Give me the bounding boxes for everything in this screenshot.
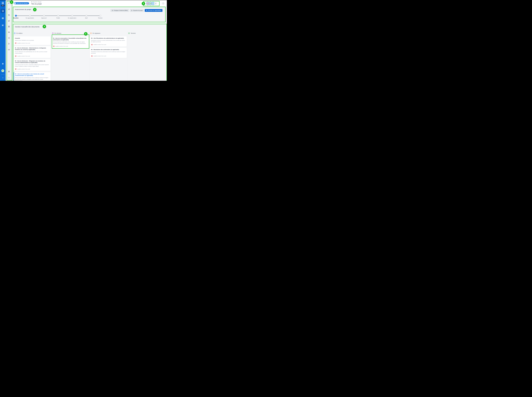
settings-gear-icon[interactable] — [0, 63, 6, 65]
modified-date: Modifié le 2023-07-20 12:30 — [94, 44, 106, 45]
sidebar-item-documents[interactable] — [0, 17, 6, 19]
modified-date: Modifié le 2023-07-20 12:30 — [17, 56, 30, 57]
sidebar-item-project-management[interactable] — [1, 9, 5, 13]
collapse-panel-icon[interactable] — [6, 2, 12, 4]
step-circle-en-approbation[interactable]: 2 — [29, 15, 31, 17]
avatar: MA — [53, 45, 55, 47]
expand-sidebar-chevron[interactable] — [0, 77, 6, 79]
collaborator-avatars: LP JW SK + — [146, 2, 157, 5]
modified-date: Modifié le 2023-07-20 12:30 — [94, 56, 106, 56]
step-circle-en-adjudication[interactable]: 5 — [71, 15, 73, 17]
button-label: Exporter le projet — [133, 10, 143, 11]
document-card[interactable]: 01 - Avis de démission - Administrateurs… — [14, 46, 50, 58]
column-en-revision: En révision 04 - Avis de convocation à l… — [51, 31, 89, 81]
column-header: Terminé — [128, 32, 164, 34]
card-title: 01 - Avis de démission - Administrateurs… — [15, 47, 49, 50]
documents-board-section: Gestion manuelle des documents En éditio… — [13, 24, 166, 81]
card-title: 06 - Résolutions des actionnaires (si ap… — [91, 49, 125, 50]
text-align-icon — [2, 24, 4, 26]
share-icon[interactable] — [6, 37, 12, 39]
status-dot-icon — [52, 32, 54, 34]
step-circle-termine[interactable]: ✓ — [99, 15, 101, 17]
step-label: En approbation — [23, 17, 37, 19]
card-description: Avis par lequel les administrateurs d'un… — [15, 77, 49, 81]
status-dot-icon — [14, 32, 15, 34]
button-label: Envoyer en approbation — [148, 10, 161, 11]
avatar: MA — [15, 42, 17, 44]
column-label: Terminé — [131, 32, 136, 34]
step-circle-publie[interactable]: 4 — [57, 15, 59, 17]
card-description: Avis de démission d'un administrateur de… — [15, 51, 49, 54]
document-card[interactable]: 02 - Avis de démission - Dirigeants non … — [14, 59, 50, 71]
column-label: En signature — [93, 32, 100, 34]
section-title: Gestion manuelle des documents — [15, 26, 39, 28]
help-button[interactable]: ? — [162, 2, 164, 5]
card-title: 03 - Avis de convocation à une réunion d… — [15, 73, 49, 76]
export-project-button[interactable]: Exporter le projet — [130, 9, 144, 12]
export-icon — [131, 10, 132, 11]
card-description: Résolutions écrites des actionnaires d'u… — [91, 51, 125, 54]
column-header: En signature — [90, 32, 126, 34]
step-circle-brouillon[interactable]: 1 — [15, 15, 17, 17]
avatar: MA — [91, 55, 93, 57]
export-icon[interactable] — [6, 43, 12, 45]
save-icon[interactable] — [6, 26, 12, 28]
document-card[interactable]: 05 - 1ère Résolutions des administrateur… — [90, 36, 127, 47]
inbox-check-icon[interactable] — [6, 49, 12, 51]
env-badge: DEV — [1, 5, 5, 6]
project-progress-section: Avancement du projet Partage à l'externe… — [13, 7, 166, 22]
card-title: 05 - 1ère Résolutions des administrateur… — [91, 37, 125, 39]
card-description: Résolutions écrites du conseil d'adminis… — [91, 40, 125, 43]
modified-date: Modifié le 2023-07-20 12:30 — [56, 46, 68, 47]
user-avatar[interactable]: SK — [1, 69, 4, 72]
button-label: Partage à l'externe (Bêta) — [114, 10, 128, 11]
document-card[interactable]: Conseils Astuces pour l'utilisation de n… — [14, 36, 50, 45]
card-title: 04 - Avis de convocation à l'assemblée e… — [53, 37, 87, 41]
document-card[interactable]: 06 - Résolutions des actionnaires (si ap… — [90, 48, 127, 58]
tools-icon[interactable] — [6, 8, 12, 10]
secondary-toolbar — [6, 0, 12, 81]
document-card-selected[interactable]: 03 - Avis de convocation à une réunion d… — [14, 72, 50, 81]
document-signature-icon — [2, 10, 4, 12]
modified-date: Modifié le 2023-07-20 12:30 — [17, 43, 30, 44]
history-icon[interactable] — [6, 14, 12, 16]
top-header: GESTION DU PROJET Numéro dossier Titre d… — [12, 0, 167, 7]
step-circle-actif[interactable]: 6 — [85, 15, 87, 17]
card-description: Lorem ipsum dolor sit amet, consectetur … — [15, 64, 49, 67]
note-check-icon[interactable] — [6, 31, 12, 33]
avatar: MA — [15, 68, 17, 70]
column-header: En édition — [14, 32, 50, 34]
copy-icon[interactable] — [6, 20, 12, 22]
approve-check-icon — [146, 10, 147, 11]
sidebar-item-list[interactable] — [0, 24, 6, 26]
kanban-columns: En édition Conseils Astuces pour l'utili… — [13, 31, 165, 81]
dossier-label: Numéro dossier — [33, 1, 42, 3]
expand-toolbar-chevron[interactable] — [6, 77, 12, 79]
avatar: MA — [91, 44, 93, 45]
add-collaborator-button[interactable]: + — [154, 2, 157, 5]
page-title: Titre du projet — [31, 3, 42, 5]
step-label: Publié — [51, 17, 65, 19]
pen-icon — [14, 3, 16, 4]
column-en-signature: En signature 05 - 1ère Résolutions des a… — [89, 31, 127, 81]
primary-sidebar: DEV — [0, 0, 6, 81]
column-en-edition: En édition Conseils Astuces pour l'utili… — [13, 31, 51, 81]
external-share-button[interactable]: Partage à l'externe (Bêta) — [110, 9, 129, 12]
modified-date: Modifié le 2023-07-20 12:30 — [17, 68, 30, 70]
module-badge-label: GESTION DU PROJET — [17, 3, 28, 4]
send-approval-button[interactable]: Envoyer en approbation — [145, 9, 163, 12]
column-label: En révision — [55, 32, 61, 34]
share-icon — [112, 10, 113, 11]
document-card[interactable]: 04 - Avis de convocation à l'assemblée e… — [52, 36, 89, 48]
step-circle-approuve[interactable]: 3 — [43, 15, 45, 17]
app-window: DEV — [0, 0, 167, 81]
column-label: En édition — [16, 32, 23, 34]
status-dot-icon — [90, 32, 92, 34]
column-termine: Terminé — [127, 31, 165, 81]
progress-actions: Partage à l'externe (Bêta) Exporter le p… — [110, 9, 163, 12]
dossier-number: Numéro dossier — [31, 1, 42, 3]
newspaper-icon — [2, 17, 4, 19]
archive-icon[interactable] — [6, 71, 12, 73]
step-label: Terminé — [93, 17, 107, 19]
step-label: Actif — [79, 17, 93, 19]
